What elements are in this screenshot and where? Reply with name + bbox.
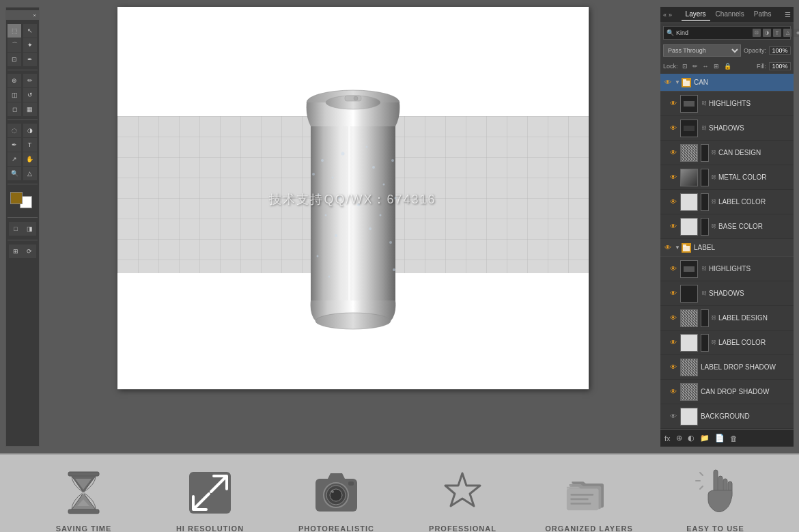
filter-shape-icon[interactable]: △ (783, 29, 791, 37)
magic-wand-tool[interactable]: ✦ (23, 38, 37, 52)
crop-tool[interactable]: ⊡ (8, 53, 21, 66)
layer-label-design[interactable]: 👁 ⛓ LABEL DESIGN (660, 306, 794, 331)
hand-tool[interactable]: ✋ (23, 152, 37, 166)
eye-can-design[interactable]: 👁 (669, 148, 678, 158)
layer-group-can[interactable]: 👁 ▼ CAN (660, 74, 794, 92)
filter-smart-icon[interactable]: ◈ (794, 29, 799, 37)
brush-tool[interactable]: ✏ (23, 74, 37, 87)
select-tool[interactable]: ⬚ (8, 24, 21, 38)
layer-name-label-color-can: LABEL COLOR (718, 198, 791, 206)
layer-can-design[interactable]: 👁 ⛓ CAN DESIGN (660, 141, 794, 165)
fill-label: Fill: (757, 63, 766, 70)
lock-artboard-btn[interactable]: ⊞ (712, 62, 720, 70)
tab-paths[interactable]: Paths (750, 8, 776, 21)
chain-highlights-can: ⛓ (701, 99, 707, 109)
heal-tool[interactable]: ⊕ (8, 74, 21, 87)
fill-value[interactable]: 100% (769, 62, 791, 70)
blur-tool[interactable]: ◌ (8, 124, 21, 137)
chain-metal-color: ⛓ (710, 173, 717, 182)
layer-group-label[interactable]: 👁 ▼ LABEL (660, 239, 794, 257)
eye-can-drop-shadow[interactable]: 👁 (669, 387, 678, 397)
eye-highlights-can[interactable]: 👁 (669, 99, 678, 109)
layer-metal-color[interactable]: 👁 ⛓ METAL COLOR (660, 165, 794, 190)
eye-icon-can[interactable]: 👁 (663, 78, 673, 87)
rotate-view-btn[interactable]: ⟳ (23, 244, 36, 258)
layer-shadows-can[interactable]: 👁 ⛓ SHADOWS (660, 116, 794, 141)
search-icon: 🔍 (667, 29, 674, 36)
layer-label-color[interactable]: 👁 ⛓ LABEL COLOR (660, 331, 794, 355)
tool-grid: ⬚ ↖ ⌒ ✦ ⊡ ✒ (6, 23, 39, 68)
delete-layer-btn[interactable]: 🗑 (730, 434, 738, 443)
layer-highlights-can[interactable]: 👁 ⛓ HIGHLIGHTS (660, 92, 794, 116)
tab-layers[interactable]: Layers (682, 8, 710, 21)
history-brush[interactable]: ↺ (23, 88, 37, 102)
lock-transparent-btn[interactable]: ⊡ (681, 62, 689, 70)
chain-label-color: ⛓ (710, 338, 717, 348)
eye-label-design[interactable]: 👁 (669, 313, 678, 323)
eye-highlights-label[interactable]: 👁 (669, 264, 678, 274)
path-select[interactable]: ↗ (8, 152, 21, 166)
bottom-bar: SAVING TIME HI RESOLUTION (0, 453, 799, 532)
zoom-tool[interactable]: 🔍 (8, 167, 21, 180)
eye-shadows-can[interactable]: 👁 (669, 124, 678, 133)
search-input[interactable] (676, 29, 753, 36)
new-group-btn[interactable]: 📁 (700, 434, 710, 443)
move-tool[interactable]: ↖ (23, 24, 37, 38)
can-illustration (285, 79, 421, 331)
lock-all-btn[interactable]: 🔒 (723, 62, 733, 70)
opacity-value[interactable]: 100% (769, 46, 791, 55)
hi-resolution-icon-wrap (186, 468, 234, 516)
professional-icon-wrap (439, 468, 487, 516)
lasso-tool[interactable]: ⌒ (8, 38, 21, 52)
foreground-color-swatch[interactable] (10, 192, 23, 204)
blend-mode-select[interactable]: Pass Through (663, 44, 741, 57)
filter-adjust-icon[interactable]: ◑ (763, 29, 771, 37)
layer-search-bar[interactable]: 🔍 ⊡ ◑ T △ ◈ ● (663, 26, 791, 40)
layer-name-can-design: CAN DESIGN (718, 149, 791, 156)
layer-base-color[interactable]: 👁 ⛓ BASE COLOR (660, 214, 794, 239)
eye-shadows-label[interactable]: 👁 (669, 289, 678, 298)
collapse-left-icon[interactable]: « (663, 12, 667, 18)
lock-image-btn[interactable]: ✏ (691, 62, 699, 70)
filter-type-icon[interactable]: T (773, 29, 781, 37)
layer-label-drop-shadow[interactable]: 👁 LABEL DROP SHADOW (660, 355, 794, 380)
eye-background[interactable]: 👁 (669, 412, 678, 421)
eye-icon-label[interactable]: 👁 (663, 243, 673, 253)
tab-channels[interactable]: Channels (712, 8, 748, 21)
chevron-label: ▼ (675, 244, 680, 251)
toolbar-title-bar: × (6, 10, 39, 20)
standard-mode-btn[interactable]: □ (9, 222, 23, 236)
lock-position-btn[interactable]: ↔ (701, 62, 710, 70)
quick-mask-btn[interactable]: ◨ (23, 222, 36, 236)
eye-base-color[interactable]: 👁 (669, 222, 678, 232)
layer-can-drop-shadow[interactable]: 👁 CAN DROP SHADOW (660, 380, 794, 404)
toolbar-close-icon[interactable]: × (33, 12, 36, 18)
eraser-tool[interactable]: ◻ (8, 102, 21, 116)
eye-label-color-can[interactable]: 👁 (669, 197, 678, 207)
eye-label-drop-shadow[interactable]: 👁 (669, 363, 678, 372)
stamp-tool[interactable]: ◫ (8, 88, 21, 102)
new-layer-btn[interactable]: 📄 (715, 434, 725, 443)
layer-name-shadows-label: SHADOWS (709, 290, 791, 297)
collapse-right-icon[interactable]: » (669, 12, 672, 18)
layer-highlights-label[interactable]: 👁 ⛓ HIGHLIGHTS (660, 257, 794, 281)
type-tool[interactable]: T (23, 138, 37, 152)
new-fill-layer-btn[interactable]: ⊕ (676, 434, 682, 443)
layer-shadows-label[interactable]: 👁 ⛓ SHADOWS (660, 281, 794, 306)
touch-icon (693, 468, 738, 516)
layer-label-color-can[interactable]: 👁 ⛓ LABEL COLOR (660, 190, 794, 214)
eye-label-color[interactable]: 👁 (669, 338, 678, 348)
panel-menu-icon[interactable]: ☰ (785, 11, 791, 18)
dodge-tool[interactable]: ◑ (23, 124, 37, 137)
mask-btn[interactable]: ◐ (688, 434, 695, 443)
pen-tool[interactable]: ✒ (8, 138, 21, 152)
screen-mode-btn[interactable]: ⊞ (9, 244, 23, 258)
gradient-tool[interactable]: ▦ (23, 102, 37, 116)
layer-background[interactable]: 👁 BACKGROUND (660, 404, 794, 429)
eyedropper-tool[interactable]: ✒ (23, 53, 37, 66)
svg-point-40 (82, 492, 85, 494)
shape-tool[interactable]: △ (23, 167, 37, 180)
filter-pixel-icon[interactable]: ⊡ (753, 29, 761, 37)
eye-metal-color[interactable]: 👁 (669, 173, 678, 182)
fx-button[interactable]: fx (664, 434, 671, 443)
